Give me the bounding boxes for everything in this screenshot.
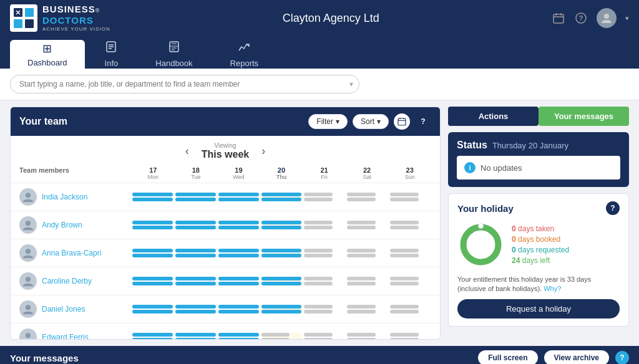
tab-reports[interactable]: Reports: [213, 40, 276, 69]
day-19: 19 Wed: [217, 166, 260, 180]
holiday-help-icon[interactable]: ?: [606, 201, 620, 215]
schedule-bar-empty: [347, 249, 375, 252]
calendar-team-icon[interactable]: [394, 113, 410, 130]
status-header: Status Thursday 20 January: [457, 140, 620, 151]
svg-text:?: ?: [579, 14, 583, 22]
day-20-name: Thu: [260, 174, 303, 180]
view-archive-button[interactable]: View archive: [544, 350, 610, 364]
schedule-bar-empty: [304, 277, 332, 280]
member-name[interactable]: Anna Brava-Capri: [42, 249, 101, 257]
sort-label: Sort: [361, 117, 374, 126]
member-info: India Jackson: [19, 188, 132, 206]
svg-rect-17: [170, 42, 178, 52]
member-avatar: [19, 272, 37, 290]
bar-cell: [218, 305, 260, 314]
member-name[interactable]: Caroline Derby: [42, 277, 92, 285]
day-21-num: 21: [303, 166, 346, 174]
action-tabs: Actions Your messages: [448, 107, 629, 126]
bar-cell: [346, 333, 388, 339]
fullscreen-button[interactable]: Full screen: [478, 350, 537, 364]
schedule-bar: [218, 282, 259, 285]
schedule-bar: [261, 226, 302, 229]
bar-cell: [346, 277, 388, 285]
day-23-num: 23: [388, 166, 431, 174]
table-row: Caroline Derby: [11, 267, 440, 295]
team-column-headers: Team members 17 Mon 18 Tue 19 Wed: [11, 164, 440, 183]
day-22-num: 22: [346, 166, 389, 174]
schedule-bar-empty: [304, 221, 332, 224]
bar-cell: [218, 221, 260, 229]
table-row: Anna Brava-Capri: [11, 239, 440, 267]
schedule-bar: [175, 254, 216, 257]
schedule-bar: [218, 226, 259, 229]
bar-cell: [303, 277, 345, 285]
help-team-icon[interactable]: ?: [415, 113, 431, 130]
tab-dashboard[interactable]: ⊞ Dashboard: [10, 40, 85, 69]
schedule-bar-empty: [347, 305, 375, 309]
schedule-bar-empty: [261, 333, 290, 337]
member-name[interactable]: Andy Brown: [42, 221, 82, 229]
day-19-num: 19: [217, 166, 260, 174]
schedule-bar: [175, 282, 216, 285]
sort-button[interactable]: Sort ▾: [353, 114, 389, 129]
svg-rect-6: [554, 14, 563, 23]
bottom-help-icon[interactable]: ?: [615, 351, 629, 364]
search-input[interactable]: [10, 75, 359, 93]
schedule-bars: [132, 305, 431, 314]
schedule-bar-empty: [347, 226, 375, 229]
tab-handbook[interactable]: Handbook: [138, 40, 210, 69]
messages-tab[interactable]: Your messages: [539, 107, 629, 126]
table-row: Andy Brown: [11, 211, 440, 239]
day-17: 17 Mon: [132, 166, 175, 180]
svg-rect-2: [14, 19, 22, 28]
holiday-stats: 0 days taken 0 days booked 0 days reques…: [512, 224, 620, 267]
bar-cell: [261, 249, 303, 257]
reports-icon: [238, 41, 250, 56]
svg-point-30: [26, 305, 31, 310]
tab-info[interactable]: Info: [87, 40, 136, 69]
prev-week-button[interactable]: ‹: [183, 145, 192, 158]
request-holiday-button[interactable]: Request a holiday: [457, 299, 620, 318]
svg-point-31: [26, 333, 31, 338]
bar-cell: [175, 277, 217, 285]
holiday-title: Your holiday: [457, 203, 514, 214]
member-name[interactable]: Daniel Jones: [42, 305, 85, 314]
bar-cell: [389, 305, 431, 314]
nav-tabs: ⊞ Dashboard Info Handbook: [0, 36, 639, 69]
logo-doctors: DOCTORS: [42, 15, 110, 26]
logo-text: BUSINESS® DOCTORS ACHIEVE YOUR VISION: [42, 4, 110, 32]
schedule-bar: [132, 221, 173, 224]
bar-cell: [389, 333, 431, 339]
next-week-button[interactable]: ›: [259, 145, 268, 158]
search-icon: ▾: [349, 80, 353, 89]
filter-button[interactable]: Filter ▾: [308, 114, 348, 129]
table-row: Daniel Jones: [11, 295, 440, 323]
schedule-bar: [132, 305, 173, 309]
member-name[interactable]: Edward Ferris: [42, 333, 89, 339]
why-link[interactable]: Why?: [544, 285, 561, 292]
schedule-bar-empty: [304, 254, 332, 257]
info-icon: i: [464, 162, 476, 173]
schedule-bar: [261, 198, 302, 201]
help-icon[interactable]: ?: [574, 11, 588, 25]
day-21-name: Fri: [303, 174, 346, 180]
actions-tab[interactable]: Actions: [448, 107, 539, 126]
schedule-bar-empty: [261, 338, 290, 339]
status-card: Status Thursday 20 January i No updates: [448, 132, 629, 187]
search-wrap: ▾: [10, 75, 359, 93]
member-name[interactable]: India Jackson: [42, 193, 87, 201]
bar-cell: [218, 333, 260, 339]
filter-label: Filter: [316, 117, 333, 126]
svg-point-35: [479, 224, 484, 229]
schedule-bar-empty: [390, 221, 418, 224]
table-row: India Jackson: [11, 183, 440, 211]
schedule-bar-empty: [347, 277, 375, 280]
day-22: 22 Sat: [346, 166, 389, 180]
svg-point-27: [26, 221, 31, 226]
calendar-icon[interactable]: [552, 11, 565, 25]
avatar[interactable]: [597, 8, 617, 28]
bar-cell: [132, 221, 173, 229]
avatar-chevron[interactable]: ▾: [625, 14, 629, 22]
schedule-bar: [175, 305, 216, 309]
bar-cell: [389, 277, 431, 285]
